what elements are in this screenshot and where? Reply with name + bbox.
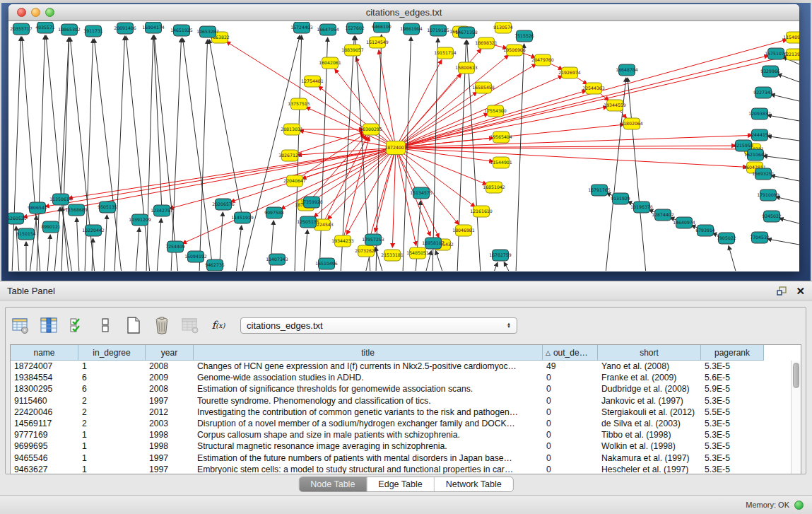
select-all-checks-icon[interactable]	[66, 314, 88, 337]
graph-node-label: 22040647	[283, 178, 306, 183]
table-row[interactable]: 1872400712008Changes of HCN gene express…	[11, 361, 791, 372]
table-panel-header: Table Panel ✕	[0, 281, 812, 300]
graph-node-label: 16042061	[319, 60, 341, 65]
table-settings-icon[interactable]	[10, 314, 31, 337]
tab-node-table[interactable]: Node Table	[299, 477, 367, 491]
graph-node-label: 17910099	[757, 192, 779, 197]
table-cell: 1	[78, 430, 146, 440]
tab-network-table[interactable]: Network Table	[435, 477, 513, 491]
scrollbar-thumb[interactable]	[793, 363, 799, 388]
column-header-in-degree[interactable]: in_degree	[78, 345, 146, 361]
column-header-title[interactable]: title	[194, 345, 543, 361]
graph-node-label: 6793914	[695, 228, 715, 233]
zoom-window-button[interactable]	[45, 8, 54, 17]
memory-status-icon[interactable]	[794, 501, 804, 510]
function-builder-icon[interactable]: f(x)	[208, 314, 229, 337]
citation-edge	[104, 215, 107, 271]
citation-edge-red	[230, 148, 396, 202]
table-row[interactable]: 1830029562008Estimation of significance …	[11, 383, 791, 395]
table-cell: 0	[543, 396, 598, 406]
graph-node-label: 16210643	[744, 152, 767, 157]
table-row[interactable]: 1456911722003Disruption of a novel membe…	[11, 418, 791, 429]
table-row[interactable]: 2242004622012Investigating the contribut…	[11, 407, 791, 418]
row-height-icon[interactable]	[95, 314, 116, 337]
graph-node-label: 14671358	[455, 30, 478, 35]
citation-edge	[416, 201, 420, 271]
table-panel: Table Panel ✕	[0, 281, 812, 514]
table-cell: 6	[78, 384, 146, 394]
citation-edge-red	[396, 114, 488, 148]
graph-node-label: 9329966	[760, 69, 780, 74]
network-canvas[interactable]: 1872400715124549188390571604206112754481…	[8, 22, 799, 271]
network-window[interactable]: citations_edges.txt 18724007151245491883…	[8, 4, 799, 271]
table-cell: 1998	[146, 441, 194, 451]
table-row[interactable]: 969969511998Structural magnetic resonanc…	[11, 440, 791, 452]
graph-node-label: 3911731	[83, 28, 103, 33]
table-cell: Tourette syndrome. Phenomenology and cla…	[194, 396, 543, 406]
table-cell: Jankovic et al. (1997)	[598, 396, 701, 406]
graph-node-label: 21926974	[558, 70, 581, 75]
table-cell: 22420046	[11, 407, 78, 417]
float-panel-icon[interactable]	[776, 286, 787, 296]
graph-node-label: 15693251	[752, 171, 775, 176]
graph-node-label: 16647054	[317, 27, 339, 32]
create-column-icon[interactable]	[123, 314, 144, 337]
graph-node-label: 19506906	[503, 47, 526, 52]
table-row[interactable]: 1938455462009Genome-wide association stu…	[11, 372, 791, 383]
table-tab-bar: Node TableEdge TableNetwork Table	[298, 477, 513, 492]
citation-edge-red	[396, 64, 536, 148]
graph-node-label: 15751074	[765, 51, 787, 56]
table-row[interactable]: 977716911998Corpus callosum shape and si…	[11, 429, 791, 440]
citation-edge	[516, 44, 524, 271]
graph-node-label: 10653287	[196, 29, 219, 34]
table-cell: 1997	[146, 453, 194, 463]
delete-column-icon[interactable]	[151, 314, 172, 337]
citation-edge	[777, 74, 799, 82]
network-window-titlebar[interactable]: citations_edges.txt	[8, 4, 799, 21]
graph-node-label: 12342757	[151, 208, 173, 213]
table-selector-dropdown[interactable]: citations_edges.txt ▲▼	[240, 317, 517, 334]
table-cell: Investigating the contribution of common…	[194, 407, 543, 417]
graph-node-label: 11544901	[490, 160, 512, 165]
table-cell: Estimation of significance thresholds fo…	[194, 384, 543, 394]
table-selector-value: citations_edges.txt	[247, 320, 507, 331]
citation-edge-red	[295, 134, 365, 181]
citation-edge-red	[392, 148, 396, 247]
column-header-short[interactable]: short	[598, 345, 701, 361]
table-cell: 0	[543, 419, 598, 428]
graph-node-label: 21802064	[620, 121, 643, 126]
table-row[interactable]: 911546021997Tourette syndrome. Phenomeno…	[11, 395, 791, 407]
minimize-window-button[interactable]	[31, 8, 40, 17]
close-window-button[interactable]	[17, 8, 26, 17]
graph-node-label: 19151714	[434, 50, 457, 55]
tab-edge-table[interactable]: Edge Table	[367, 477, 434, 491]
graph-node-label: 20206576	[212, 201, 235, 206]
column-header-out-de-[interactable]: △out_de…	[543, 345, 598, 361]
edge-layer	[12, 35, 799, 271]
citation-edge-red	[379, 50, 396, 148]
vertical-scrollbar[interactable]	[791, 361, 801, 474]
citation-edge	[776, 197, 799, 202]
citation-edge	[504, 262, 510, 271]
table-cell: Nakamura et al. (1997)	[598, 453, 701, 463]
graph-node-label: 18698321	[475, 40, 498, 45]
select-column-icon[interactable]	[38, 314, 59, 337]
table-cell: 5.3E-5	[701, 441, 764, 451]
table-cell: 9115460	[11, 396, 78, 406]
table-cell: 2008	[146, 361, 194, 371]
table-row[interactable]: 946554611997Estimation of the future num…	[11, 452, 791, 464]
graph-node-label: 14651925	[170, 28, 193, 33]
graph-node-label: 9806541	[28, 205, 47, 210]
graph-node-label: 4035571	[35, 25, 55, 30]
graph-node-label: 15800613	[455, 65, 478, 70]
table-row[interactable]: 946362711997Embryonic stem cells: a mode…	[11, 464, 791, 474]
graph-node-label: 7515526	[514, 33, 534, 38]
column-header-pagerank[interactable]: pagerank	[701, 345, 764, 361]
graph-node-label: 17554300	[484, 108, 507, 113]
graph-node-label: 17359928	[300, 199, 323, 204]
table-cell: 2008	[146, 384, 194, 394]
citation-edge-red	[306, 107, 396, 148]
column-header-year[interactable]: year	[146, 345, 194, 361]
close-panel-icon[interactable]: ✕	[796, 286, 805, 296]
column-header-name[interactable]: name	[11, 345, 78, 361]
